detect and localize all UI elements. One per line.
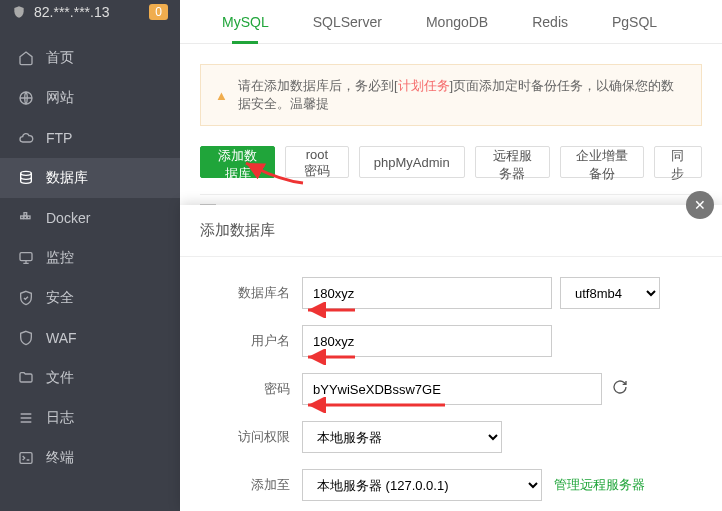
add-database-button[interactable]: 添加数据库 <box>200 146 275 178</box>
tab-pgsql[interactable]: PgSQL <box>590 0 679 44</box>
addto-label: 添加至 <box>190 476 290 494</box>
password-label: 密码 <box>190 380 290 398</box>
svg-rect-7 <box>20 453 32 464</box>
warning-link[interactable]: 计划任务 <box>398 78 450 93</box>
sidebar-item-label: 安全 <box>46 289 74 307</box>
modal-form: 数据库名 utf8mb4 用户名 密码 访问权限 本地服务器 添加至 本地服务器… <box>180 257 722 511</box>
add-database-modal: ✕ 添加数据库 数据库名 utf8mb4 用户名 密码 访问权限 本地服务器 添… <box>180 205 722 511</box>
sidebar-item-label: 终端 <box>46 449 74 467</box>
svg-rect-5 <box>24 213 27 216</box>
close-modal-button[interactable]: ✕ <box>686 191 714 219</box>
db-type-tabs: MySQL SQLServer MongoDB Redis PgSQL <box>180 0 722 44</box>
sidebar-item-ftp[interactable]: FTP <box>0 118 180 158</box>
nav: 首页 网站 FTP 数据库 Docker 监控 安全 WAF 文件 日志 终端 <box>0 38 180 478</box>
database-icon <box>18 170 34 186</box>
sidebar-item-label: Docker <box>46 210 90 226</box>
username-input[interactable] <box>302 325 552 357</box>
charset-select[interactable]: utf8mb4 <box>560 277 660 309</box>
password-input[interactable] <box>302 373 602 405</box>
refresh-icon <box>612 379 628 395</box>
sidebar-item-label: 网站 <box>46 89 74 107</box>
access-select[interactable]: 本地服务器 <box>302 421 502 453</box>
monitor-icon <box>18 250 34 266</box>
sidebar-item-waf[interactable]: WAF <box>0 318 180 358</box>
sidebar-item-database[interactable]: 数据库 <box>0 158 180 198</box>
addto-select[interactable]: 本地服务器 (127.0.0.1) <box>302 469 542 501</box>
svg-rect-3 <box>24 216 27 219</box>
sidebar: 82.***.***.13 0 首页 网站 FTP 数据库 Docker 监控 … <box>0 0 180 511</box>
docker-icon <box>18 210 34 226</box>
regen-password-button[interactable] <box>612 379 628 399</box>
access-label: 访问权限 <box>190 428 290 446</box>
sidebar-item-logs[interactable]: 日志 <box>0 398 180 438</box>
root-password-button[interactable]: root密码 <box>285 146 349 178</box>
sidebar-item-label: 监控 <box>46 249 74 267</box>
sidebar-item-label: 日志 <box>46 409 74 427</box>
sidebar-item-label: 数据库 <box>46 169 88 187</box>
manage-remote-link[interactable]: 管理远程服务器 <box>554 476 645 494</box>
sidebar-header: 82.***.***.13 0 <box>0 0 180 24</box>
sidebar-item-site[interactable]: 网站 <box>0 78 180 118</box>
home-icon <box>18 50 34 66</box>
cloud-icon <box>18 130 34 146</box>
sync-button[interactable]: 同步 <box>654 146 702 178</box>
sidebar-item-docker[interactable]: Docker <box>0 198 180 238</box>
tab-mongodb[interactable]: MongoDB <box>404 0 510 44</box>
sidebar-item-label: 首页 <box>46 49 74 67</box>
sidebar-item-terminal[interactable]: 终端 <box>0 438 180 478</box>
notification-badge[interactable]: 0 <box>149 4 168 20</box>
folder-icon <box>18 370 34 386</box>
shield-icon <box>12 5 26 19</box>
sidebar-item-monitor[interactable]: 监控 <box>0 238 180 278</box>
warning-text: 请在添加数据库后，务必到[计划任务]页面添加定时备份任务，以确保您的数据安全。温… <box>238 77 687 113</box>
svg-rect-6 <box>20 253 32 261</box>
shield-check-icon <box>18 290 34 306</box>
modal-title: 添加数据库 <box>180 205 722 257</box>
sidebar-item-security[interactable]: 安全 <box>0 278 180 318</box>
tab-redis[interactable]: Redis <box>510 0 590 44</box>
globe-icon <box>18 90 34 106</box>
warning-icon: ▲ <box>215 88 228 103</box>
action-buttons: 添加数据库 root密码 phpMyAdmin 远程服务器 企业增量备份 同步 <box>200 146 702 178</box>
sidebar-item-label: 文件 <box>46 369 74 387</box>
svg-rect-2 <box>21 216 24 219</box>
username-label: 用户名 <box>190 332 290 350</box>
warning-banner: ▲ 请在添加数据库后，务必到[计划任务]页面添加定时备份任务，以确保您的数据安全… <box>200 64 702 126</box>
phpmyadmin-button[interactable]: phpMyAdmin <box>359 146 465 178</box>
firewall-icon <box>18 330 34 346</box>
sidebar-item-label: FTP <box>46 130 72 146</box>
terminal-icon <box>18 450 34 466</box>
dbname-label: 数据库名 <box>190 284 290 302</box>
dbname-input[interactable] <box>302 277 552 309</box>
list-icon <box>18 410 34 426</box>
sidebar-item-files[interactable]: 文件 <box>0 358 180 398</box>
svg-point-1 <box>21 171 32 175</box>
ent-backup-button[interactable]: 企业增量备份 <box>560 146 644 178</box>
svg-rect-4 <box>27 216 30 219</box>
server-ip: 82.***.***.13 <box>34 4 110 20</box>
tab-mysql[interactable]: MySQL <box>200 0 291 44</box>
sidebar-item-home[interactable]: 首页 <box>0 38 180 78</box>
tab-sqlserver[interactable]: SQLServer <box>291 0 404 44</box>
remote-server-button[interactable]: 远程服务器 <box>475 146 550 178</box>
sidebar-item-label: WAF <box>46 330 77 346</box>
